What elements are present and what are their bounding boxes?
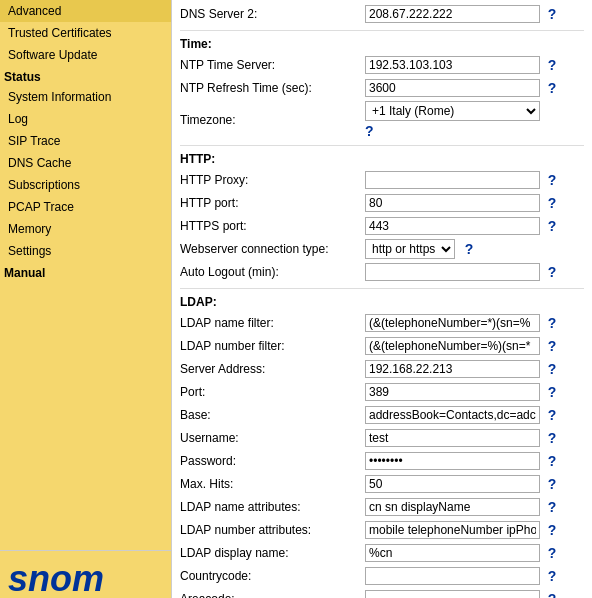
http-proxy-input[interactable] [365, 171, 540, 189]
ldap-name-attr-control [365, 498, 540, 516]
ldap-name-filter-row: LDAP name filter: ? [180, 313, 584, 333]
https-port-label: HTTPS port: [180, 219, 365, 233]
http-proxy-control [365, 171, 540, 189]
username-help-icon[interactable]: ? [544, 430, 560, 446]
ldap-number-filter-label: LDAP number filter: [180, 339, 365, 353]
https-port-control [365, 217, 540, 235]
sidebar-item-software-update[interactable]: Software Update [0, 44, 171, 66]
ntp-server-control [365, 56, 540, 74]
port-label: Port: [180, 385, 365, 399]
timezone-row: Timezone: +1 Italy (Rome) ? [180, 101, 584, 139]
snom-logo-text: snom [8, 561, 163, 597]
ldap-display-row: LDAP display name: ? [180, 543, 584, 563]
timezone-help-icon[interactable]: ? [365, 123, 374, 139]
base-help-icon[interactable]: ? [544, 407, 560, 423]
auto-logout-help-icon[interactable]: ? [544, 264, 560, 280]
server-address-control [365, 360, 540, 378]
sidebar-item-trusted-certs[interactable]: Trusted Certificates [0, 22, 171, 44]
port-control [365, 383, 540, 401]
password-label: Password: [180, 454, 365, 468]
server-address-row: Server Address: ? [180, 359, 584, 379]
ldap-section-title: LDAP: [180, 295, 584, 309]
max-hits-input[interactable] [365, 475, 540, 493]
ldap-display-input[interactable] [365, 544, 540, 562]
countrycode-label: Countrycode: [180, 569, 365, 583]
areacode-input[interactable] [365, 590, 540, 598]
http-port-row: HTTP port: ? [180, 193, 584, 213]
http-port-help-icon[interactable]: ? [544, 195, 560, 211]
ldap-name-filter-help-icon[interactable]: ? [544, 315, 560, 331]
sidebar-item-memory[interactable]: Memory [0, 218, 171, 240]
ldap-number-attr-help-icon[interactable]: ? [544, 522, 560, 538]
sidebar: Advanced Trusted Certificates Software U… [0, 0, 172, 598]
ldap-name-attr-label: LDAP name attributes: [180, 500, 365, 514]
ldap-name-attr-row: LDAP name attributes: ? [180, 497, 584, 517]
time-section-title: Time: [180, 37, 584, 51]
ldap-number-attr-input[interactable] [365, 521, 540, 539]
ntp-server-row: NTP Time Server: ? [180, 55, 584, 75]
ldap-number-attr-label: LDAP number attributes: [180, 523, 365, 537]
sidebar-item-sip-trace[interactable]: SIP Trace [0, 130, 171, 152]
ldap-display-control [365, 544, 540, 562]
countrycode-input[interactable] [365, 567, 540, 585]
timezone-label: Timezone: [180, 113, 365, 127]
webserver-label: Webserver connection type: [180, 242, 365, 256]
sidebar-item-log[interactable]: Log [0, 108, 171, 130]
areacode-help-icon[interactable]: ? [544, 591, 560, 598]
ntp-refresh-row: NTP Refresh Time (sec): ? [180, 78, 584, 98]
server-address-help-icon[interactable]: ? [544, 361, 560, 377]
http-proxy-label: HTTP Proxy: [180, 173, 365, 187]
base-input[interactable] [365, 406, 540, 424]
ldap-name-filter-label: LDAP name filter: [180, 316, 365, 330]
ntp-refresh-help-icon[interactable]: ? [544, 80, 560, 96]
dns2-help-icon[interactable]: ? [544, 6, 560, 22]
ntp-server-input[interactable] [365, 56, 540, 74]
timezone-select[interactable]: +1 Italy (Rome) [365, 101, 540, 121]
http-proxy-help-icon[interactable]: ? [544, 172, 560, 188]
timezone-control: +1 Italy (Rome) ? [365, 101, 540, 139]
https-port-row: HTTPS port: ? [180, 216, 584, 236]
sidebar-item-system-info[interactable]: System Information [0, 86, 171, 108]
ldap-name-attr-help-icon[interactable]: ? [544, 499, 560, 515]
password-help-icon[interactable]: ? [544, 453, 560, 469]
sidebar-item-subscriptions[interactable]: Subscriptions [0, 174, 171, 196]
server-address-input[interactable] [365, 360, 540, 378]
max-hits-help-icon[interactable]: ? [544, 476, 560, 492]
sidebar-item-dns-cache[interactable]: DNS Cache [0, 152, 171, 174]
auto-logout-row: Auto Logout (min): ? [180, 262, 584, 282]
sidebar-item-settings[interactable]: Settings [0, 240, 171, 262]
auto-logout-control [365, 263, 540, 281]
ldap-number-filter-help-icon[interactable]: ? [544, 338, 560, 354]
base-row: Base: ? [180, 405, 584, 425]
ntp-server-help-icon[interactable]: ? [544, 57, 560, 73]
ldap-name-attr-input[interactable] [365, 498, 540, 516]
port-input[interactable] [365, 383, 540, 401]
https-port-help-icon[interactable]: ? [544, 218, 560, 234]
webserver-help-icon[interactable]: ? [461, 241, 477, 257]
ldap-name-filter-input[interactable] [365, 314, 540, 332]
password-control [365, 452, 540, 470]
username-input[interactable] [365, 429, 540, 447]
ntp-refresh-input[interactable] [365, 79, 540, 97]
manual-section-header: Manual [0, 262, 171, 282]
http-port-input[interactable] [365, 194, 540, 212]
username-label: Username: [180, 431, 365, 445]
port-help-icon[interactable]: ? [544, 384, 560, 400]
webserver-row: Webserver connection type: http or https… [180, 239, 584, 259]
https-port-input[interactable] [365, 217, 540, 235]
max-hits-row: Max. Hits: ? [180, 474, 584, 494]
webserver-select[interactable]: http or https [365, 239, 455, 259]
areacode-control [365, 590, 540, 598]
password-input[interactable] [365, 452, 540, 470]
username-control [365, 429, 540, 447]
sidebar-item-pcap-trace[interactable]: PCAP Trace [0, 196, 171, 218]
ldap-number-filter-input[interactable] [365, 337, 540, 355]
dns2-control [365, 5, 540, 23]
sidebar-item-advanced[interactable]: Advanced [0, 0, 171, 22]
ldap-display-help-icon[interactable]: ? [544, 545, 560, 561]
username-row: Username: ? [180, 428, 584, 448]
countrycode-help-icon[interactable]: ? [544, 568, 560, 584]
dns2-input[interactable] [365, 5, 540, 23]
auto-logout-input[interactable] [365, 263, 540, 281]
password-row: Password: ? [180, 451, 584, 471]
